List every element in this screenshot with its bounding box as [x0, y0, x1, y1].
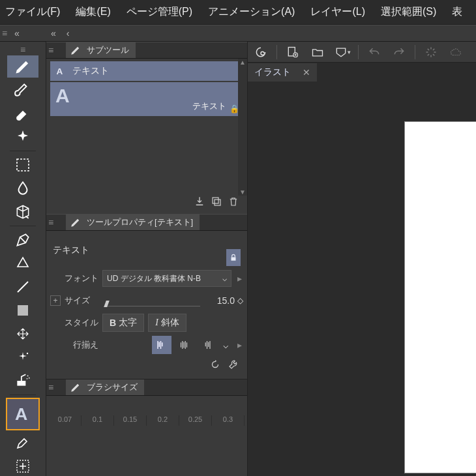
brush-tick-3[interactable]: 0.2 — [147, 415, 179, 426]
cloud-icon[interactable] — [447, 44, 465, 61]
brush-size-tab[interactable]: ブラシサイズ — [66, 379, 144, 395]
font-select[interactable]: UD デジタル 教科書体 N-B ⌵ — [102, 270, 231, 287]
subtool-tab-icon — [68, 44, 83, 56]
menu-edit[interactable]: 編集(E) — [76, 5, 110, 19]
svg-line-22 — [428, 54, 429, 55]
trash-icon[interactable] — [228, 196, 239, 209]
property-lock-button[interactable] — [226, 249, 241, 266]
canvas-page[interactable] — [404, 121, 476, 473]
svg-line-21 — [433, 54, 434, 55]
svg-rect-4 — [17, 381, 25, 386]
duplicate-icon[interactable] — [211, 196, 222, 209]
spinner-icon — [422, 44, 440, 61]
brush-tick-0[interactable]: 0.07 — [49, 415, 82, 426]
subtool-scrollbar[interactable]: ▲ ▼ — [238, 59, 247, 196]
subtool-group-header[interactable]: A テキスト — [50, 61, 243, 81]
sparkle-tool[interactable] — [7, 346, 38, 368]
bucket-tool[interactable] — [7, 177, 38, 200]
reset-icon[interactable] — [209, 359, 221, 372]
tool-property-handle-icon[interactable]: ≡ — [46, 217, 55, 228]
subtool-handle-icon[interactable]: ≡ — [46, 45, 55, 55]
size-value[interactable]: 15.0 — [217, 295, 235, 306]
align-right-button[interactable] — [196, 336, 216, 354]
menu-animation[interactable]: アニメーション(A) — [208, 5, 295, 19]
line-tool[interactable] — [7, 276, 38, 298]
subtool-group-label: テキスト — [72, 65, 109, 77]
svg-line-20 — [428, 48, 429, 50]
brush-tick-5[interactable]: 0.3 — [212, 415, 245, 426]
italic-button[interactable]: I斜体 — [148, 314, 186, 332]
bold-button[interactable]: B太字 — [102, 314, 144, 332]
brush-tick-2[interactable]: 0.15 — [114, 415, 147, 426]
align-label: 行揃え — [50, 339, 98, 351]
decoration-tool[interactable] — [7, 126, 38, 148]
more-tool[interactable] — [7, 455, 38, 476]
menu-page[interactable]: ページ管理(P) — [126, 5, 192, 19]
text-tool[interactable]: A — [6, 398, 40, 430]
brush-handle-icon[interactable]: ≡ — [46, 382, 55, 393]
size-expand-toggle[interactable]: + — [50, 295, 61, 306]
tool-property-tab[interactable]: ツールプロパティ[テキスト] — [66, 215, 200, 230]
subtool-panel-body: A テキスト A テキスト 🔒 ▲ ▼ — [46, 59, 247, 214]
align-left-button[interactable] — [152, 336, 171, 354]
menu-file[interactable]: ファイル(F) — [5, 5, 60, 19]
brush-size-tab-label: ブラシサイズ — [87, 381, 138, 393]
swirl-icon[interactable] — [252, 44, 270, 61]
document-toolbar: ▾ — [248, 42, 476, 63]
canvas-area[interactable] — [248, 82, 476, 476]
svg-point-7 — [27, 378, 28, 379]
open-folder-icon[interactable] — [308, 44, 327, 61]
wrench-icon[interactable] — [228, 359, 239, 372]
chevron-down-icon: ⌵ — [222, 274, 227, 283]
scroll-up-icon[interactable]: ▲ — [239, 59, 246, 66]
text-group-icon: A — [55, 65, 67, 77]
eyedropper-tool[interactable] — [7, 432, 38, 454]
align-more-button[interactable]: ⌵ — [218, 336, 233, 354]
font-expand-icon[interactable]: ▸ — [235, 273, 243, 284]
svg-point-6 — [29, 378, 30, 379]
document-tab[interactable]: イラスト ✕ — [248, 63, 317, 82]
nib-pen-tool[interactable] — [7, 229, 38, 251]
tool-property-tab-icon — [68, 216, 83, 228]
subtool-item-label: テキスト — [192, 100, 226, 112]
brush-size-scale[interactable]: 0.07 0.1 0.15 0.2 0.25 0.3 — [46, 396, 247, 426]
marquee-tool[interactable] — [7, 154, 38, 176]
menu-layer[interactable]: レイヤー(L) — [310, 5, 365, 19]
size-slider[interactable] — [105, 295, 200, 306]
brush-tool[interactable] — [7, 79, 38, 101]
palette-handle-icon[interactable]: ≡ — [18, 44, 27, 55]
new-file-icon[interactable] — [284, 44, 302, 61]
blend-tool[interactable] — [7, 252, 38, 275]
svg-line-1 — [18, 282, 28, 292]
airbrush-tool[interactable] — [7, 370, 38, 392]
collapse-one-icon[interactable]: ‹ — [61, 28, 75, 38]
dock-handle-icon[interactable]: ≡ — [0, 28, 9, 38]
brush-size-tab-icon — [68, 381, 83, 393]
subtool-tab[interactable]: サブツール — [66, 42, 136, 58]
tool-property-tab-label: ツールプロパティ[テキスト] — [87, 216, 193, 228]
download-icon[interactable] — [194, 196, 205, 209]
align-center-button[interactable] — [174, 336, 194, 354]
align-expand-icon[interactable]: ▸ — [235, 340, 243, 350]
menu-select[interactable]: 選択範囲(S) — [381, 5, 436, 19]
menu-view[interactable]: 表 — [452, 5, 462, 19]
pen-tool[interactable] — [7, 55, 38, 78]
save-icon[interactable]: ▾ — [333, 44, 351, 61]
document-tab-bar: イラスト ✕ — [248, 63, 476, 82]
undo-icon[interactable] — [365, 44, 383, 61]
3d-tool[interactable] — [7, 201, 38, 223]
close-tab-icon[interactable]: ✕ — [303, 67, 310, 78]
collapse-panels-icon[interactable]: « — [46, 28, 61, 38]
collapse-left-icon[interactable]: « — [9, 28, 46, 38]
subtool-item-text[interactable]: A テキスト 🔒 — [50, 82, 243, 116]
size-stepper-icon[interactable]: ◇ — [237, 296, 243, 305]
scroll-down-icon[interactable]: ▼ — [239, 188, 246, 196]
redo-icon[interactable] — [390, 44, 408, 61]
shape-tool[interactable] — [7, 299, 38, 321]
brush-tick-4[interactable]: 0.25 — [179, 415, 212, 426]
brush-size-panel-header: ≡ ブラシサイズ — [46, 379, 247, 396]
ruler-tool[interactable] — [7, 323, 38, 345]
eraser-tool[interactable] — [7, 102, 38, 125]
brush-tick-1[interactable]: 0.1 — [82, 415, 114, 426]
subtool-tab-label: サブツール — [87, 44, 129, 56]
